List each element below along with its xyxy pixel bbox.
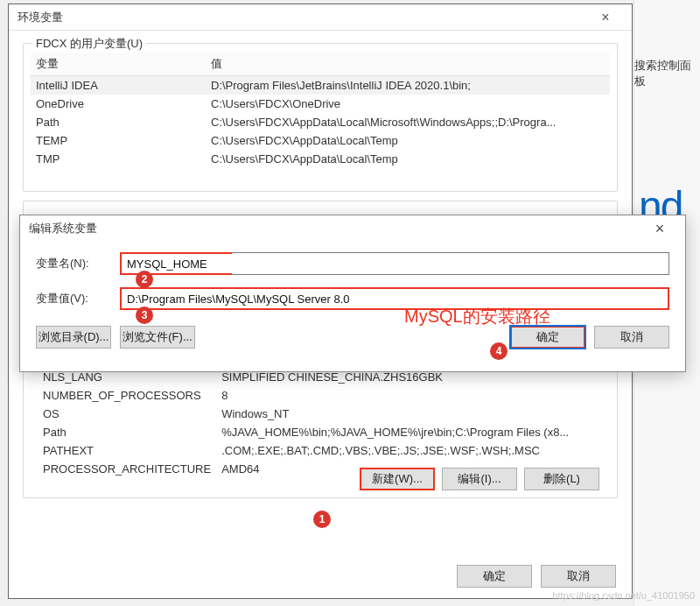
edit-button[interactable]: 编辑(I)... [442,468,517,490]
table-row[interactable]: TEMPC:\Users\FDCX\AppData\Local\Temp [31,131,610,150]
table-row[interactable]: IntelliJ IDEAD:\Program Files\JetBrains\… [31,76,610,95]
annotation-text: MySQL的安装路径 [404,305,550,328]
table-row[interactable]: TMPC:\Users\FDCX\AppData\Local\Temp [31,150,610,168]
env-dialog-title: 环境变量 [18,10,63,25]
col-value[interactable]: 值 [206,53,610,76]
variable-name-input[interactable] [120,252,234,275]
new-button[interactable]: 新建(W)... [360,468,435,490]
browse-directory-button[interactable]: 浏览目录(D)... [36,326,111,349]
delete-button[interactable]: 删除(L) [524,468,599,490]
env-cancel-button[interactable]: 取消 [541,565,616,588]
user-vars-table[interactable]: 变量 值 IntelliJ IDEAD:\Program Files\JetBr… [31,53,610,168]
variable-name-input-ext[interactable] [232,252,669,275]
edit-cancel-button[interactable]: 取消 [594,326,669,349]
edit-dialog-titlebar: 编辑系统变量 × [20,215,685,242]
table-row[interactable]: PathC:\Users\FDCX\AppData\Local\Microsof… [31,113,610,131]
close-icon[interactable]: × [588,10,623,25]
user-vars-title: FDCX 的用户变量(U) [32,36,146,52]
env-ok-button[interactable]: 确定 [457,565,532,588]
table-row[interactable]: NUMBER_OF_PROCESSORS8 [38,386,603,405]
edit-ok-button[interactable]: 确定 [510,326,585,349]
browse-file-button[interactable]: 浏览文件(F)... [120,326,195,349]
env-dialog-titlebar: 环境变量 × [9,4,632,31]
annotation-circle-3: 3 [136,307,153,324]
edit-system-variable-dialog: 编辑系统变量 × 变量名(N): 变量值(V): 浏览目录(D)... 浏览文件… [19,215,686,372]
variable-name-label: 变量名(N): [36,256,120,271]
annotation-circle-1: 1 [313,511,331,528]
variable-value-input[interactable] [120,287,669,310]
user-variables-group: FDCX 的用户变量(U) 变量 值 IntelliJ IDEAD:\Progr… [23,43,618,192]
edit-dialog-title: 编辑系统变量 [29,221,97,236]
table-row[interactable]: PATHEXT.COM;.EXE;.BAT;.CMD;.VBS;.VBE;.JS… [38,441,603,460]
table-row[interactable]: OneDriveC:\Users\FDCX\OneDrive [31,95,610,113]
variable-value-label: 变量值(V): [36,291,120,307]
bg-search-text: 搜索控制面板 [634,58,695,89]
annotation-circle-2: 2 [136,271,153,288]
annotation-circle-4: 4 [490,342,508,360]
col-variable[interactable]: 变量 [31,53,206,76]
table-row[interactable]: OSWindows_NT [38,405,603,423]
watermark: https://blog.csdn.net/u_41001950 [552,590,695,601]
table-row[interactable]: Path%JAVA_HOME%\bin;%JAVA_HOME%\jre\bin;… [38,423,603,441]
close-icon[interactable]: × [643,220,676,238]
